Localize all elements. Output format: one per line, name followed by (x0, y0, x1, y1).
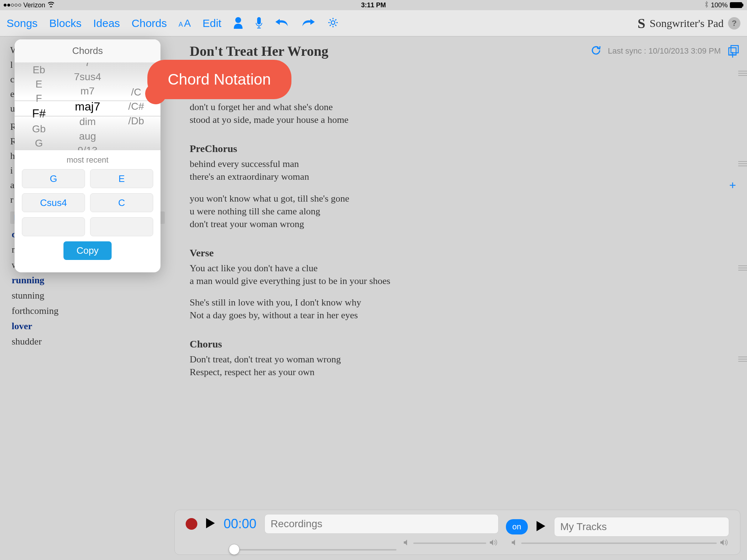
recent-chord-button[interactable] (22, 217, 85, 236)
popover-title: Chords (15, 39, 160, 63)
picker-item[interactable]: /Db (128, 114, 144, 128)
sync-text: Last sync : 10/10/2013 3:09 PM (608, 46, 721, 56)
chord-picker[interactable]: D#EbEFF#GbGG#77sus4m7maj7dimaug9/13/C/C#… (15, 63, 160, 150)
lyric-line[interactable]: u were nothing till she came along (190, 205, 740, 218)
lyric-line[interactable]: Respect, respect her as your own (190, 366, 740, 378)
block-title: Verse (190, 247, 740, 259)
lyric-block: ChorusDon't treat, don't treat yo woman … (190, 338, 740, 378)
battery-pct: 100% (711, 1, 728, 9)
record-button[interactable] (186, 518, 197, 530)
timecode: 00:00 (224, 516, 256, 532)
picker-item[interactable]: F# (32, 105, 46, 122)
picker-item[interactable]: E (35, 77, 42, 91)
lyric-line[interactable]: stood at yo side, made your house a home (190, 113, 740, 126)
picker-item[interactable]: 9/13 (78, 143, 98, 150)
picker-item[interactable]: /C# (128, 99, 144, 113)
lyric-line[interactable]: a man would give everything just to be i… (190, 275, 740, 287)
svg-rect-1 (257, 17, 261, 24)
picker-item[interactable]: F (36, 91, 42, 105)
edit-button[interactable]: Edit (202, 17, 221, 30)
picker-item[interactable]: G (35, 136, 43, 150)
mytracks-input[interactable] (554, 517, 729, 537)
gear-icon[interactable] (327, 17, 339, 30)
status-bar: Verizon 3:11 PM 100% (0, 0, 747, 10)
lyric-line[interactable]: Don't treat, don't treat yo woman wrong (190, 353, 740, 366)
picker-item[interactable]: 7 (85, 63, 90, 70)
picker-column[interactable]: D#EbEFF#GbGG# (15, 63, 63, 150)
rhyme-item[interactable]: lover (10, 319, 165, 334)
play-button-left[interactable] (205, 517, 216, 530)
play-button-right[interactable] (536, 520, 546, 533)
volume-low-icon (511, 539, 518, 548)
sync-icon[interactable] (591, 45, 601, 57)
picker-item[interactable]: Gb (32, 122, 46, 136)
song-title: Don't Treat Her Wrong (190, 43, 328, 59)
battery-icon (730, 2, 743, 8)
svg-point-0 (235, 17, 241, 23)
block-title: PreChorus (190, 143, 740, 155)
drag-handle-icon[interactable] (738, 265, 747, 273)
drag-handle-icon[interactable] (738, 356, 747, 364)
rhyme-item[interactable]: stunning (10, 288, 165, 303)
signal-icon (4, 4, 21, 7)
volume-high-icon (489, 539, 499, 548)
picker-item[interactable]: 7sus4 (74, 70, 101, 84)
ideas-button[interactable]: Ideas (93, 17, 120, 30)
picker-item[interactable]: /C (131, 85, 141, 99)
rhyme-item[interactable]: forthcoming (10, 303, 165, 319)
lyric-line[interactable]: behind every successful man (190, 158, 740, 170)
picker-item[interactable]: maj7 (75, 98, 100, 115)
volume-slider-right[interactable] (521, 542, 717, 544)
scrub-slider[interactable] (229, 549, 396, 551)
songs-button[interactable]: Songs (7, 17, 38, 30)
carrier-label: Verizon (23, 1, 45, 9)
microphone-icon[interactable] (255, 16, 263, 30)
volume-low-icon (403, 539, 410, 548)
drag-handle-icon[interactable] (738, 70, 747, 78)
lyric-block: PreChorusbehind every successful manther… (190, 143, 740, 230)
picker-item[interactable]: m7 (81, 84, 95, 98)
player-bar: 00:00 on (174, 510, 740, 555)
lyric-line[interactable]: don't treat your woman wrong (190, 218, 740, 230)
recent-chord-button[interactable]: Csus4 (22, 193, 85, 212)
lyric-block: VerseYou act like you don't have a cluea… (190, 247, 740, 322)
font-size-button[interactable]: AA (179, 18, 191, 29)
picker-item[interactable]: dim (79, 114, 96, 129)
redo-icon[interactable] (301, 18, 316, 29)
picker-column[interactable]: 77sus4m7maj7dimaug9/13 (63, 63, 112, 150)
volume-slider-left[interactable] (413, 542, 486, 544)
picker-item[interactable]: Eb (33, 63, 45, 77)
chord-notation-tooltip: Chord Notation (147, 60, 291, 99)
blocks-button[interactable]: Blocks (49, 17, 81, 30)
picker-item[interactable]: aug (79, 129, 96, 143)
undo-icon[interactable] (275, 18, 289, 29)
recent-chord-button[interactable]: E (90, 169, 153, 188)
copy-button[interactable]: Copy (63, 241, 112, 260)
rhyme-item[interactable]: shudder (10, 334, 165, 349)
tracks-toggle[interactable]: on (506, 519, 528, 534)
recent-chord-button[interactable] (90, 217, 153, 236)
recent-chord-button[interactable]: C (90, 193, 153, 212)
add-section-button[interactable]: + (729, 179, 736, 192)
lyric-line[interactable]: Not a day goes by, without a tear in her… (190, 309, 740, 322)
drag-handle-icon[interactable] (738, 160, 747, 168)
profile-icon[interactable] (233, 16, 243, 30)
clock: 3:11 PM (361, 1, 386, 9)
lyric-line[interactable]: don't u forget her and what she's done (190, 101, 740, 113)
help-button[interactable]: ? (728, 17, 740, 30)
block-title: Chorus (190, 338, 740, 350)
content-area: Don't Treat Her Wrong Last sync : 10/10/… (175, 36, 747, 560)
lyric-line[interactable]: She's still in love with you, I don't kn… (190, 296, 740, 309)
chords-button[interactable]: Chords (132, 17, 167, 30)
recent-chord-button[interactable]: G (22, 169, 85, 188)
lyric-line[interactable]: You act like you don't have a clue (190, 262, 740, 275)
rhyme-item[interactable]: running (10, 273, 165, 288)
lyric-line[interactable]: you won't know what u got, till she's go… (190, 192, 740, 205)
chords-popover: Chords D#EbEFF#GbGG#77sus4m7maj7dimaug9/… (15, 39, 160, 272)
toolbar: Songs Blocks Ideas Chords AA Edit S Song… (0, 10, 747, 36)
recordings-input[interactable] (264, 514, 498, 534)
add-words-button[interactable]: + (729, 48, 736, 62)
app-title: Songwriter's Pad (650, 17, 724, 30)
lyric-line[interactable]: there's an extraordinary woman (190, 170, 740, 183)
wifi-icon (47, 1, 55, 9)
